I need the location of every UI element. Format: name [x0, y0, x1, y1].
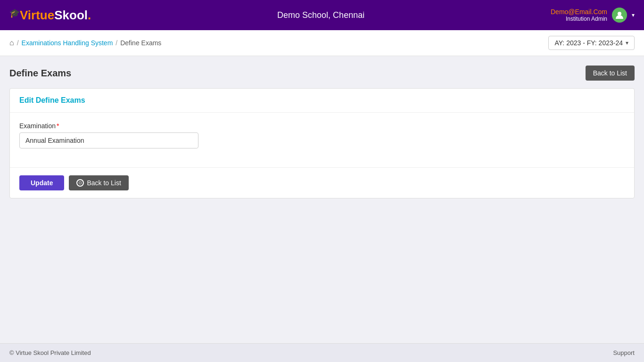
required-indicator: * [57, 122, 59, 130]
page-title: Define Exams [9, 68, 71, 79]
svg-point-0 [618, 12, 621, 16]
academic-year-selector[interactable]: AY: 2023 - FY: 2023-24 ▾ [548, 36, 635, 50]
footer-support[interactable]: Support [613, 349, 635, 356]
logo-virtue: Virtue [20, 8, 54, 22]
footer-copyright: © Virtue Skool Private Limited [9, 349, 91, 356]
card-body: Examination* [10, 113, 634, 167]
card-footer: Update ⊙ Back to List [10, 167, 634, 198]
breadcrumb-bar: ⌂ / Examinations Handling System / Defin… [0, 30, 644, 56]
academic-year-chevron: ▾ [626, 40, 628, 46]
examination-label: Examination* [19, 122, 625, 130]
user-role: Institution Admin [551, 16, 607, 22]
edit-form-card: Edit Define Exams Examination* Update ⊙ … [9, 88, 635, 198]
breadcrumb-separator-1: / [17, 39, 19, 47]
card-header: Edit Define Exams [10, 89, 634, 113]
logo-skool: Skool [54, 8, 88, 22]
circle-icon: ⊙ [76, 179, 84, 187]
logo: 🎓 VirtueSkool. [9, 8, 91, 23]
page-header: Define Exams Back to List [9, 66, 635, 81]
user-dropdown-arrow[interactable]: ▾ [632, 12, 635, 18]
school-name: Demo School, Chennai [277, 10, 364, 20]
breadcrumb-separator-2: / [116, 39, 117, 47]
back-to-list-form-button[interactable]: ⊙ Back to List [69, 175, 128, 190]
back-to-list-form-label: Back to List [87, 179, 121, 187]
examination-input[interactable] [19, 132, 198, 148]
user-email: Demo@Email.Com [551, 8, 607, 16]
academic-year-label: AY: 2023 - FY: 2023-24 [554, 39, 623, 47]
main-content: Define Exams Back to List Edit Define Ex… [0, 56, 644, 343]
back-to-list-header-button[interactable]: Back to List [586, 66, 635, 81]
home-icon[interactable]: ⌂ [9, 39, 14, 47]
avatar [612, 8, 627, 23]
logo-dot: . [88, 8, 91, 22]
header-right: Demo@Email.Com Institution Admin ▾ [551, 8, 635, 23]
hat-icon: 🎓 [9, 8, 20, 18]
breadcrumb-current: Define Exams [120, 39, 161, 47]
logo-text: VirtueSkool. [20, 8, 91, 23]
update-button[interactable]: Update [19, 175, 64, 190]
header: 🎓 VirtueSkool. Demo School, Chennai Demo… [0, 0, 644, 30]
breadcrumb-link-examinations[interactable]: Examinations Handling System [22, 39, 113, 47]
footer: © Virtue Skool Private Limited Support [0, 343, 644, 362]
card-title: Edit Define Exams [19, 96, 85, 104]
examination-form-group: Examination* [19, 122, 625, 148]
user-info: Demo@Email.Com Institution Admin [551, 8, 607, 22]
breadcrumb: ⌂ / Examinations Handling System / Defin… [9, 39, 161, 47]
